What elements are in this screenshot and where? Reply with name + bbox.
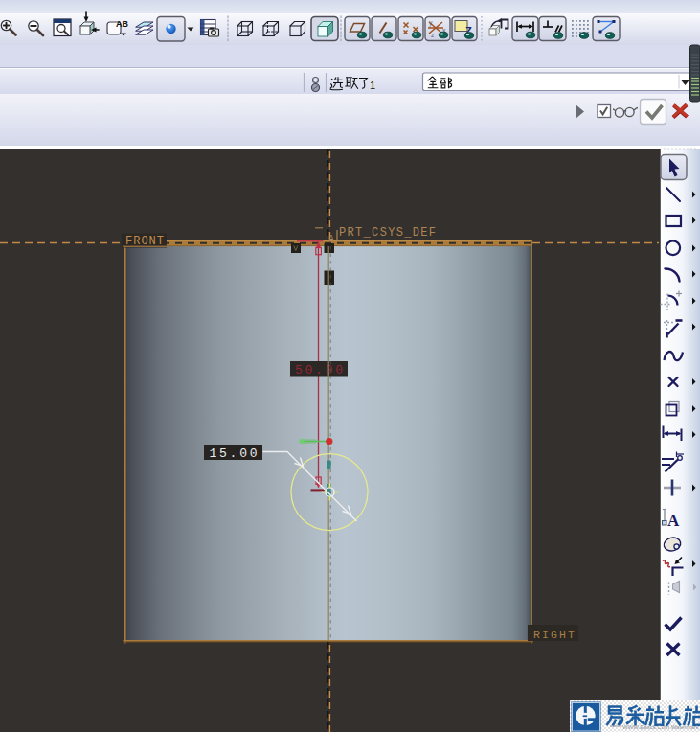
svg-text:PRT_CSYS_DEF: PRT_CSYS_DEF	[339, 226, 436, 240]
svg-text:y: y	[429, 19, 433, 27]
svg-text:WWW.Easck.Com Watermark: WWW.Easck.Com Watermark	[622, 724, 700, 730]
svg-text:A: A	[328, 234, 334, 244]
svg-text:z: z	[431, 32, 435, 38]
svg-text:15.00: 15.00	[210, 446, 258, 461]
svg-text:1: 1	[370, 80, 375, 91]
svg-text:A: A	[667, 512, 680, 530]
svg-text:50.00: 50.00	[295, 363, 343, 377]
svg-text:RIGHT: RIGHT	[533, 629, 575, 641]
svg-text:AB: AB	[116, 19, 128, 29]
